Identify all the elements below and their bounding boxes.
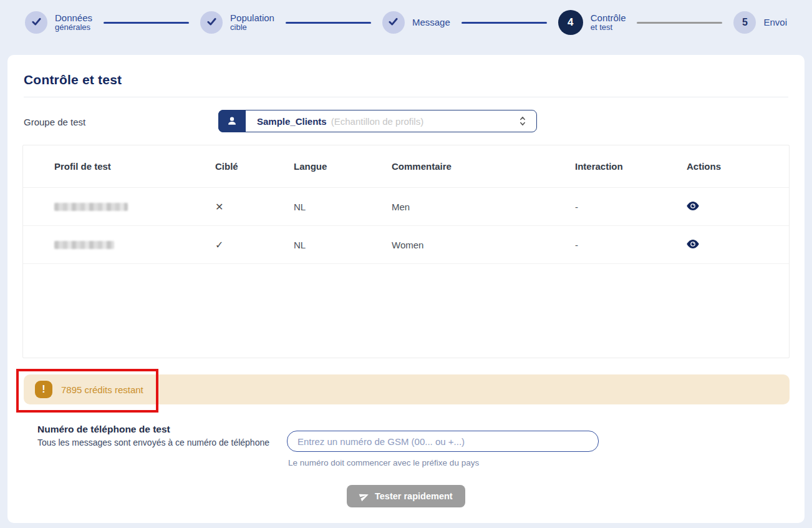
phone-number-input[interactable] <box>287 431 599 452</box>
table-header-row: Profil de test Ciblé Langue Commentaire … <box>23 145 789 187</box>
page-title: Contrôle et test <box>24 72 122 87</box>
table-row: ✕ NL Men - <box>23 187 789 225</box>
redacted-profile-name <box>54 241 114 249</box>
view-profile-button[interactable] <box>687 239 700 251</box>
check-icon <box>31 16 42 29</box>
wizard-stepper: Données générales Population cible Messa… <box>0 0 812 45</box>
step-number: 5 <box>742 17 748 28</box>
test-profiles-table: Profil de test Ciblé Langue Commentaire … <box>22 145 790 358</box>
step-label: Envoi <box>763 17 787 27</box>
credits-warning-banner: ! 7895 crédits restant <box>24 374 790 404</box>
targeted-mark: ✓ <box>215 239 294 251</box>
test-group-selected-value: Sample_Clients <box>257 116 327 127</box>
step-done-circle <box>200 11 223 34</box>
commentaire-cell: Men <box>392 202 575 212</box>
step-controle-et-test[interactable]: 4 Contrôle et test <box>558 10 626 35</box>
col-header-actions: Actions <box>687 161 789 172</box>
step-label: Données générales <box>55 12 92 32</box>
check-icon <box>388 16 399 29</box>
step-message[interactable]: Message <box>382 11 450 34</box>
redacted-profile-name <box>54 203 128 211</box>
step-active-circle: 4 <box>558 10 583 35</box>
interaction-cell: - <box>575 202 687 212</box>
test-group-label: Groupe de test <box>24 117 85 127</box>
eye-icon <box>687 239 699 251</box>
col-header-langue: Langue <box>294 161 392 172</box>
step-donnees-generales[interactable]: Données générales <box>25 11 92 34</box>
langue-cell: NL <box>294 202 392 212</box>
step-connector-upcoming <box>637 22 722 24</box>
phone-test-label: Numéro de téléphone de test <box>37 424 170 435</box>
chevron-up-down-icon <box>518 115 528 127</box>
step-upcoming-circle: 5 <box>733 11 756 34</box>
col-header-commentaire: Commentaire <box>392 161 575 172</box>
test-group-selected-hint: (Echantillon de profils) <box>331 116 423 127</box>
send-icon <box>359 491 369 501</box>
step-done-circle <box>25 11 47 34</box>
step-label: Contrôle et test <box>591 12 626 32</box>
step-envoi[interactable]: 5 Envoi <box>733 11 787 34</box>
step-population-cible[interactable]: Population cible <box>200 11 274 34</box>
table-empty-area <box>23 263 789 358</box>
credits-remaining-text: 7895 crédits restant <box>61 384 143 395</box>
step-number: 4 <box>568 16 573 29</box>
exclamation-icon: ! <box>35 381 52 398</box>
langue-cell: NL <box>294 240 392 250</box>
main-card: Contrôle et test Groupe de test Sample_C… <box>7 55 805 523</box>
table-row: ✓ NL Women - <box>23 225 789 263</box>
col-header-cible: Ciblé <box>215 161 294 172</box>
step-done-circle <box>382 11 405 34</box>
eye-icon <box>687 201 699 213</box>
step-connector <box>286 22 371 24</box>
quick-test-button-label: Tester rapidement <box>375 491 453 501</box>
step-connector <box>104 22 189 24</box>
view-profile-button[interactable] <box>687 201 700 213</box>
interaction-cell: - <box>575 240 687 250</box>
targeted-mark: ✕ <box>215 201 294 213</box>
step-connector <box>462 22 547 24</box>
col-header-profil: Profil de test <box>54 161 215 172</box>
commentaire-cell: Women <box>392 240 575 250</box>
check-icon <box>206 16 217 29</box>
col-header-interaction: Interaction <box>575 161 687 172</box>
step-label: Message <box>412 17 450 27</box>
title-divider <box>24 97 788 97</box>
person-icon <box>218 110 246 132</box>
step-label: Population cible <box>230 12 274 32</box>
quick-test-button[interactable]: Tester rapidement <box>347 485 465 507</box>
phone-prefix-helper: Le numéro doit commencer avec le préfixe… <box>288 458 479 467</box>
test-group-select[interactable]: Sample_Clients (Echantillon de profils) <box>218 110 537 132</box>
phone-test-sublabel: Tous les messages sont envoyés à ce numé… <box>37 438 269 447</box>
